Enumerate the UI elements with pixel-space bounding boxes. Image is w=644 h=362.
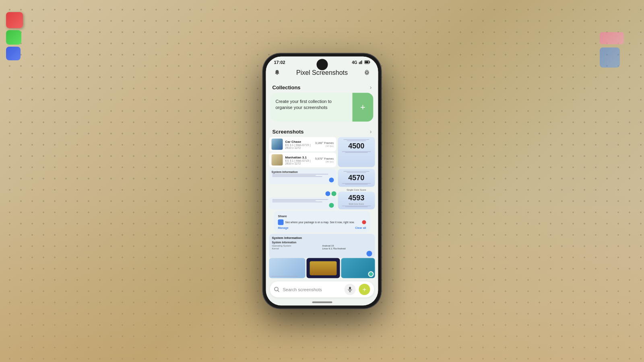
screenshots-section-header[interactable]: Screenshots › [266,125,378,137]
notif-actions: Manage Clear all [278,226,366,229]
notif-close-dot [362,220,366,224]
screenshot-info-car-chase: Car Chase ES 3.1 | Mali-G715 | 2610 x 12… [285,140,313,149]
screenshot-info-manhattan: Manhattan 3.1 ES 3.1 | Mali-G715 | 2610 … [285,155,313,165]
search-bar[interactable]: Search screenshots + [270,282,374,298]
screenshots-chevron-icon: › [370,128,372,135]
right-decoration [600,32,624,68]
collections-chevron-icon: › [370,84,372,90]
mic-icon [348,287,353,292]
system-info-area-2 [269,191,336,209]
add-icon: + [363,286,366,293]
left-decoration [6,12,26,60]
screenshot-item-car-chase[interactable]: Car Chase ES 3.1 | Mali-G715 | 2610 x 12… [269,137,336,152]
deco-blue2 [600,47,620,68]
collections-prompt-text: Create your first collection to organise… [271,93,353,122]
search-placeholder: Search screenshots [283,287,341,292]
green-dot-1 [331,191,336,196]
collections-card: Create your first collection to organise… [271,93,374,122]
screenshots-top-row: Car Chase ES 3.1 | Mali-G715 | 2610 x 12… [269,137,375,167]
phone-wrapper: 17:02 4G [263,53,382,309]
gear-icon [364,70,370,76]
benchmark-tile-4500[interactable]: 4500 [338,137,375,167]
status-bar: 17:02 4G [266,57,378,66]
collections-section-header[interactable]: Collections › [266,81,378,93]
screen-content: Collections › Create your first collecti… [266,81,378,306]
benchmark-tile-4593[interactable]: Single Core Score 4593 Multi-Core Score [338,188,375,209]
notification-card[interactable]: Share See where your package is on a map… [274,211,370,232]
phone-screen: 17:02 4G [266,57,378,306]
svg-line-8 [278,290,279,292]
deco-red [6,12,23,28]
svg-rect-9 [349,287,351,290]
benchmark-label: Single Core Score [338,188,375,191]
svg-rect-0 [359,62,360,64]
deco-blue [6,47,21,60]
system-info-expanded: System Information System Information Op… [269,234,375,258]
svg-rect-2 [361,61,362,64]
search-icon [274,287,280,292]
sysinfo-os-value: Android 15 [322,244,372,247]
blue-dot-1 [325,191,330,196]
benchmark-tile-4570[interactable]: 4570 [338,169,375,187]
system-info-badge-1 [329,178,334,183]
bench-sub-label: Multi-Core Score [340,202,373,205]
mic-button[interactable] [345,284,356,295]
signal-text: 4G [352,60,357,64]
svg-point-7 [275,287,278,291]
signal-icon [359,60,363,64]
screenshot-name-car-chase: Car Chase [285,140,313,143]
thumb-2[interactable] [306,258,340,278]
settings-button[interactable] [362,68,372,78]
bell-button[interactable] [272,68,282,78]
screenshots-third-row: Single Core Score 4593 Multi-Core Score [269,188,375,209]
sysinfo-os-label: Operating System [272,244,322,247]
bottom-thumbnails [266,258,378,280]
notif-row-1: See where your package is on a map. See … [278,219,366,225]
bell-icon [274,70,281,76]
sysinfo-sub: System Information [272,241,372,243]
notif-manage-button[interactable]: Manage [278,226,289,229]
collections-add-icon: + [360,102,365,113]
bench-score-4593: 4593 [340,194,373,202]
thumb-3-badge [368,272,374,277]
thumb-2-inner [310,261,337,275]
screenshot-item-manhattan[interactable]: Manhattan 3.1 ES 3.1 | Mali-G715 | 2610 … [269,153,336,167]
screenshots-title: Screenshots [272,128,304,134]
svg-rect-1 [360,62,361,64]
sysinfo-badge-3 [367,251,372,256]
system-info-badge-2 [329,203,334,208]
notif-app-icon [278,219,284,225]
screenshots-content: Car Chase ES 3.1 | Mali-G715 | 2610 x 12… [266,137,378,258]
svg-point-6 [366,72,368,74]
sysinfo-grid: Operating System Android 15 Kernel Linux… [272,244,372,249]
system-info-card-2[interactable] [269,197,336,209]
svg-rect-5 [365,61,369,63]
thumb-3[interactable] [341,258,375,278]
status-right-icons: 4G [352,60,370,64]
system-info-card-1[interactable]: System Information [269,169,336,187]
collections-title: Collections [272,84,301,90]
home-gesture-bar [312,302,332,303]
nav-bar [266,300,378,306]
thumb-1[interactable] [269,258,305,278]
add-button[interactable]: + [359,284,370,295]
notif-clear-button[interactable]: Clear all [355,226,366,229]
screenshot-thumb-car-chase [272,139,283,150]
screenshot-thumb-manhattan [272,154,283,166]
screenshots-second-row: System Information [269,169,375,187]
bench-score-4500: 4500 [340,142,373,150]
phone-frame: 17:02 4G [263,53,382,309]
sysinfo-header: System Information [272,236,372,239]
screenshot-frames-manhattan: 5,970° Frames(96 fps) [315,157,334,163]
notif-text: See where your package is on a map. See … [285,221,361,224]
sysinfo-title-1: System Information [272,171,334,173]
status-time: 17:02 [274,60,285,65]
camera-notch [316,59,328,70]
collections-add-button[interactable]: + [353,93,374,122]
screenshot-frames-car-chase: 3,160° Frames(32 fps) [315,142,334,147]
screenshot-list: Car Chase ES 3.1 | Mali-G715 | 2610 x 12… [269,137,336,167]
bench-score-4570: 4570 [340,174,373,182]
sysinfo-kernel-label: Kernel [272,247,322,249]
notif-title: Share [278,214,366,218]
deco-pink [600,32,624,44]
